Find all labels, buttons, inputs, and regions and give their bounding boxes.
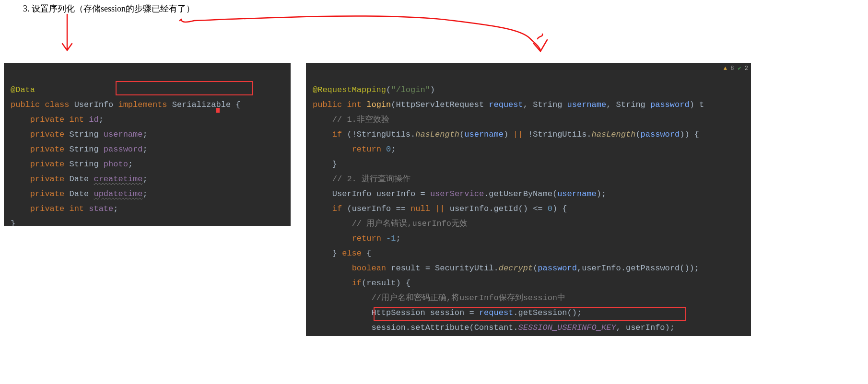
field-photo: photo — [104, 160, 128, 169]
field-username: username — [104, 130, 143, 139]
method-getpassword: getPassword — [626, 264, 680, 273]
warning-icon: ▲ 8 — [724, 65, 734, 72]
param-username: username — [567, 100, 607, 109]
method-decrypt: decrypt — [499, 264, 533, 273]
inspection-badges: ▲ 8 ✔ 2 — [724, 65, 748, 72]
method-login: login — [366, 100, 391, 109]
literal-zero: 0 — [386, 145, 391, 154]
brace-open: { — [231, 100, 240, 109]
annotation-requestmapping: @RequestMapping — [313, 85, 386, 94]
heading-text: 3. 设置序列化（存储session的步骤已经有了） — [23, 3, 195, 14]
class-constant: Constant — [474, 323, 514, 332]
var-session: session — [430, 308, 464, 317]
caret-marker — [216, 108, 220, 113]
comment-4: //用户名和密码正确,将userInfo保存到session中 — [371, 293, 565, 303]
field-password: password — [104, 145, 143, 154]
type-httpservletrequest: HttpServletRequest — [396, 100, 484, 109]
check-icon: ✔ 2 — [738, 65, 748, 72]
var-result: result — [391, 264, 420, 273]
var-userinfo: userInfo — [376, 189, 416, 198]
warning-count: 8 — [730, 65, 734, 72]
field-userservice: userService — [430, 189, 484, 198]
mapping-path: "/login" — [391, 85, 430, 94]
method-getid: getId — [494, 204, 518, 213]
brace-close: } — [11, 219, 15, 226]
field-id: id — [89, 115, 98, 124]
field-state: state — [89, 204, 113, 213]
type-userinfo: UserInfo — [332, 189, 372, 198]
kw-class: class — [45, 100, 69, 109]
field-createtime: createtime — [94, 175, 142, 184]
kw-private: private — [30, 115, 64, 124]
kw-implements: implements — [118, 100, 167, 109]
type-date: Date — [69, 175, 89, 184]
class-name: UserInfo — [74, 100, 114, 109]
class-securityutil: SecurityUtil — [435, 264, 493, 273]
comment-3: // 用户名错误,userInfo无效 — [352, 219, 468, 228]
type-string: String — [69, 130, 98, 139]
method-getuserbyname: getUserByName — [489, 189, 552, 198]
check-count: 2 — [745, 65, 748, 72]
code-block-userinfo: @Data public class UserInfo implements S… — [4, 63, 291, 226]
literal-neg1: -1 — [386, 234, 396, 243]
field-updatetime: updatetime — [94, 189, 142, 198]
iface-serializable: Serializable — [172, 100, 231, 109]
method-setattribute: setAttribute — [411, 323, 469, 332]
method-haslength: hasLength — [415, 130, 459, 139]
kw-public: public — [11, 100, 40, 109]
method-getsession: getSession — [518, 308, 567, 317]
annotation-data: @Data — [11, 85, 35, 94]
type-httpsession: HttpSession — [371, 308, 425, 317]
code-block-login: @RequestMapping("/login") public int log… — [306, 63, 751, 336]
class-stringutils: StringUtils — [357, 130, 411, 139]
comment-2: // 2. 进行查询操作 — [332, 175, 411, 184]
comment-1: // 1.非空效验 — [332, 115, 389, 124]
param-request: request — [489, 100, 523, 109]
const-session-userinfo-key: SESSION_USERINFO_KEY — [518, 323, 616, 332]
type-int: int — [69, 115, 84, 124]
param-password: password — [650, 100, 690, 109]
annotation-arrows — [50, 12, 583, 62]
